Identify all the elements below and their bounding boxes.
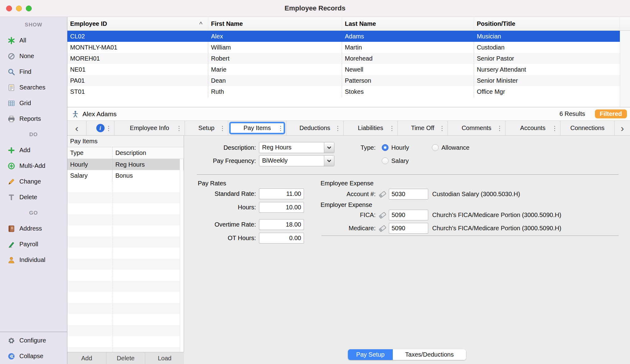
- pay-item-row-salary[interactable]: SalaryBonus: [67, 170, 184, 181]
- tab-connections[interactable]: Connections: [560, 121, 615, 135]
- circle-plus-icon: [7, 162, 16, 170]
- employee-row-st01[interactable]: ST01RuthStokesOffice Mgr: [67, 86, 630, 97]
- column-header-last-name[interactable]: Last Name: [342, 17, 474, 30]
- medicare-account-input[interactable]: 5090: [389, 223, 428, 234]
- tab-scroll-back-button[interactable]: [67, 121, 86, 135]
- pay-items-description-column-header[interactable]: Description: [113, 147, 184, 159]
- tab-menu-dots-icon[interactable]: ⋮: [335, 125, 341, 131]
- account-account-input[interactable]: 5030: [389, 189, 428, 200]
- employer-expense-title: Employer Expense: [321, 201, 372, 208]
- ot-hours-label: OT Hours:: [184, 233, 256, 243]
- sidebar-item-reports[interactable]: Reports: [0, 111, 67, 127]
- sidebar-item-find[interactable]: Find: [0, 64, 67, 80]
- employee-row-moreh01[interactable]: MOREH01RobertMoreheadSenior Pastor: [67, 53, 630, 64]
- employee-table-scrollbar[interactable]: [620, 31, 630, 107]
- person-figure-icon: [71, 110, 79, 118]
- zoom-window-button[interactable]: [26, 6, 32, 11]
- sidebar-item-individual[interactable]: Individual: [0, 252, 67, 268]
- pay-items-scrollbar[interactable]: [180, 159, 183, 352]
- tab-accounts[interactable]: Accounts⋮: [505, 121, 560, 135]
- tab-menu-dots-icon[interactable]: ⋮: [176, 125, 182, 131]
- chevron-down-icon[interactable]: [324, 156, 334, 166]
- filtered-badge[interactable]: Filtered: [595, 109, 627, 118]
- tab-employee-info[interactable]: Employee Info⋮: [114, 121, 185, 135]
- radio-allowance[interactable]: [432, 144, 439, 151]
- eraser-icon[interactable]: [378, 211, 387, 220]
- taxes-deductions-tab[interactable]: Taxes/Deductions: [393, 349, 466, 360]
- account-description: Church's FICA/Medicare Portion (3000.509…: [432, 225, 561, 232]
- employee-row-monthly-ma01[interactable]: MONTHLY-MA01WilliamMartinCustodian: [67, 42, 630, 53]
- radio-salary[interactable]: [382, 157, 389, 164]
- overtime-rate-input[interactable]: 18.00: [259, 219, 304, 230]
- sidebar-item-none[interactable]: None: [0, 48, 67, 64]
- employee-cell: MOREH01: [67, 53, 208, 64]
- tab-menu-dots-icon[interactable]: ⋮: [552, 125, 558, 131]
- tab-comments[interactable]: Comments⋮: [448, 121, 505, 135]
- employee-cell: Robert: [208, 53, 342, 64]
- radio-option-salary[interactable]: Salary: [382, 155, 409, 166]
- tab-time-off[interactable]: Time Off⋮: [398, 121, 448, 135]
- tab-deductions[interactable]: Deductions⋮: [286, 121, 344, 135]
- sidebar-item-add[interactable]: Add: [0, 142, 67, 158]
- column-header-first-name[interactable]: First Name: [208, 17, 342, 30]
- delete-pay-item-button[interactable]: Delete: [106, 352, 146, 364]
- employee-row-pa01[interactable]: PA01DeanPattersonSenior Minister: [67, 75, 630, 86]
- description-dropdown[interactable]: Reg Hours: [259, 142, 334, 153]
- close-window-button[interactable]: [6, 6, 12, 11]
- employee-row-cl02[interactable]: CL02AlexAdamsMusician: [67, 31, 630, 42]
- plus-icon: [7, 146, 16, 155]
- sidebar-item-collapse[interactable]: Collapse: [0, 348, 67, 364]
- column-header-employee-id[interactable]: Employee ID^: [67, 17, 208, 30]
- tab-menu-dots-icon[interactable]: ⋮: [439, 125, 445, 131]
- tab-menu-dots-icon[interactable]: ⋮: [277, 125, 284, 131]
- collapse-circle-icon: [7, 352, 16, 361]
- load-pay-item-button[interactable]: Load: [145, 352, 184, 364]
- eraser-icon[interactable]: [378, 190, 387, 199]
- tab-menu-dots-icon[interactable]: ⋮: [106, 125, 112, 131]
- pay-items-empty-rows: [67, 181, 183, 352]
- standard-rate-input[interactable]: 11.00: [259, 188, 304, 199]
- sidebar-item-address[interactable]: Address: [0, 221, 67, 236]
- radio-hourly[interactable]: [382, 144, 389, 151]
- fica-account-input[interactable]: 5090: [389, 210, 428, 220]
- standard-rate-label: Standard Rate:: [184, 188, 256, 199]
- column-header-position-title[interactable]: Position/Title: [474, 17, 620, 30]
- tab-menu-dots-icon[interactable]: ⋮: [389, 125, 395, 131]
- employee-cell: Senior Pastor: [474, 53, 620, 64]
- pay-setup-tab[interactable]: Pay Setup: [348, 349, 393, 360]
- tab-setup[interactable]: Setup⋮: [185, 121, 228, 135]
- sidebar-item-change[interactable]: Change: [0, 174, 67, 189]
- tab-scroll-forward-button[interactable]: [615, 121, 630, 135]
- tab-menu-dots-icon[interactable]: ⋮: [496, 125, 503, 131]
- minimize-window-button[interactable]: [16, 6, 22, 11]
- sidebar-item-configure[interactable]: Configure: [0, 333, 67, 348]
- ot-hours-input[interactable]: 0.00: [259, 233, 304, 243]
- sidebar-item-grid[interactable]: Grid: [0, 95, 67, 111]
- sidebar-item-searches[interactable]: Searches: [0, 80, 67, 95]
- tab-label: Accounts: [520, 125, 545, 132]
- sidebar-item-all[interactable]: All: [0, 33, 67, 48]
- sidebar-section-header-show: SHOW: [0, 17, 67, 33]
- tab-liabilities[interactable]: Liabilities⋮: [344, 121, 398, 135]
- radio-option-allowance[interactable]: Allowance: [432, 142, 469, 153]
- radio-option-hourly[interactable]: Hourly: [382, 142, 409, 153]
- sidebar-item-payroll[interactable]: Payroll: [0, 236, 67, 252]
- pay-items-type-column-header[interactable]: Type: [67, 147, 113, 159]
- sidebar-item-delete[interactable]: Delete: [0, 189, 67, 205]
- employee-cell: Custodian: [474, 42, 620, 53]
- person-icon: [7, 256, 16, 264]
- sidebar-item-multi-add[interactable]: Multi-Add: [0, 158, 67, 174]
- tab-menu-dots-icon[interactable]: ⋮: [219, 125, 225, 131]
- pay-item-row-hourly[interactable]: HourlyReg Hours: [67, 159, 184, 170]
- hours-input[interactable]: 10.00: [259, 202, 304, 213]
- medicare-label: Medicare:: [321, 225, 376, 232]
- pencil-icon: [7, 177, 16, 186]
- pay-item-type: Hourly: [67, 159, 113, 170]
- employee-row-ne01[interactable]: NE01MarieNewellNursery Attendant: [67, 64, 630, 75]
- sidebar-item-label: None: [19, 53, 34, 60]
- pay-frequency-dropdown[interactable]: BiWeekly: [259, 155, 334, 166]
- tab-info[interactable]: ⋮: [86, 121, 114, 135]
- add-pay-item-button[interactable]: Add: [67, 352, 106, 364]
- tab-pay-items[interactable]: Pay Items⋮: [228, 121, 286, 135]
- eraser-icon[interactable]: [378, 224, 387, 233]
